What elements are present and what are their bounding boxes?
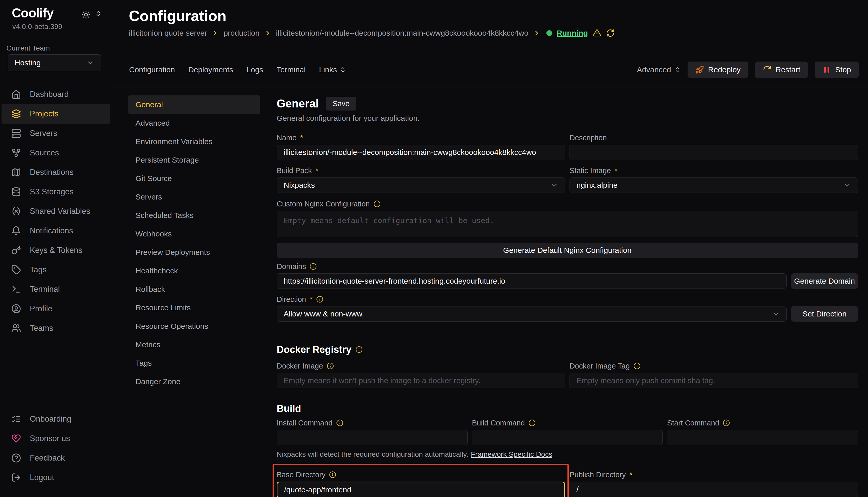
sidebar: Coolify v4.0.0-beta.399 Current Team Hos… [0,0,112,497]
breadcrumb-project[interactable]: illicitonion quote server [129,29,207,38]
subnav-item-healthcheck[interactable]: Healthcheck [128,261,260,280]
subnav-item-webhooks[interactable]: Webhooks [128,225,260,243]
install-command-input[interactable] [277,430,468,445]
build-pack-select[interactable]: Nixpacks [277,178,565,193]
set-direction-button[interactable]: Set Direction [791,306,858,322]
docker-image-tag-label: Docker Image Tag [569,361,858,370]
refresh-icon[interactable] [606,29,615,38]
sidebar-item-sources[interactable]: Sources [0,143,112,162]
subnav-item-environment-variables[interactable]: Environment Variables [128,132,260,151]
sidebar-item-label: Teams [30,324,53,333]
subnav-item-danger-zone[interactable]: Danger Zone [128,372,260,391]
domains-input[interactable] [277,273,787,289]
subnav-item-metrics[interactable]: Metrics [128,336,260,354]
static-image-select[interactable]: nginx:alpine [569,178,858,193]
subnav-item-tags[interactable]: Tags [128,354,260,372]
sidebar-item-dashboard[interactable]: Dashboard [0,85,112,104]
base-directory-input[interactable] [277,482,565,497]
sidebar-item-onboarding[interactable]: Onboarding [0,409,112,429]
sidebar-item-notifications[interactable]: Notifications [0,221,112,241]
sidebar-item-feedback[interactable]: Feedback [0,448,112,468]
users-icon [11,323,21,333]
required-marker: * [315,167,318,175]
tab-deployments[interactable]: Deployments [188,61,233,78]
bell-icon [11,226,21,236]
required-marker: * [300,133,303,142]
sun-icon[interactable] [82,10,90,19]
direction-select[interactable]: Allow www & non-www. [277,306,787,322]
docker-image-input[interactable] [277,373,565,388]
publish-directory-label: Publish Directory* [569,470,858,479]
restart-button[interactable]: Restart [755,61,808,78]
general-heading: General [277,97,319,110]
info-icon[interactable] [633,363,640,370]
generate-domain-button[interactable]: Generate Domain [791,273,858,289]
docker-image-tag-input[interactable] [569,373,858,388]
sidebar-item-profile[interactable]: Profile [0,299,112,318]
subnav-item-resource-limits[interactable]: Resource Limits [128,299,260,317]
tab-links[interactable]: Links [319,61,346,78]
info-icon[interactable] [723,419,730,426]
advanced-dropdown[interactable]: Advanced [637,61,681,78]
sidebar-item-tags[interactable]: Tags [0,260,112,280]
info-icon[interactable] [309,263,317,270]
info-icon[interactable] [329,471,336,478]
sidebar-item-projects[interactable]: Projects [2,104,110,124]
subnav-item-servers[interactable]: Servers [128,188,260,206]
stop-icon [822,66,831,74]
sidebar-item-label: Keys & Tokens [30,246,82,255]
info-icon[interactable] [327,363,334,370]
sidebar-item-terminal[interactable]: Terminal [0,280,112,299]
framework-docs-link[interactable]: Framework Specific Docs [471,450,552,458]
info-icon[interactable] [373,200,381,208]
subnav-item-resource-operations[interactable]: Resource Operations [128,317,260,336]
docker-registry-heading: Docker Registry [277,344,858,355]
sidebar-item-servers[interactable]: Servers [0,124,112,143]
sidebar-item-teams[interactable]: Teams [0,318,112,338]
redeploy-button[interactable]: Redeploy [688,61,748,78]
sidebar-item-destinations[interactable]: Destinations [0,162,112,182]
stop-button[interactable]: Stop [815,61,859,78]
tab-configuration[interactable]: Configuration [129,61,175,78]
breadcrumb-application[interactable]: illicitestonion/-module--decomposition:m… [276,29,528,38]
info-icon[interactable] [316,296,323,303]
breadcrumb-environment[interactable]: production [223,29,260,38]
sidebar-item-keys-tokens[interactable]: Keys & Tokens [0,241,112,260]
static-image-label: Static Image* [569,166,858,175]
heart-handshake-icon [11,434,21,443]
warning-icon[interactable] [593,29,601,38]
info-icon[interactable] [528,419,536,426]
team-select[interactable]: Hosting [8,54,101,71]
chevrons-up-down-icon[interactable] [95,10,102,17]
team-select-value: Hosting [15,58,41,67]
sidebar-item-logout[interactable]: Logout [0,468,112,487]
info-icon[interactable] [336,419,343,426]
app-logo: Coolify [12,6,53,20]
tab-logs[interactable]: Logs [247,61,263,78]
map-icon [11,168,21,177]
sidebar-item-shared-variables[interactable]: Shared Variables [0,202,112,221]
subnav-item-preview-deployments[interactable]: Preview Deployments [128,243,260,261]
chevron-down-icon [843,181,851,189]
sidebar-item-s3-storages[interactable]: S3 Storages [0,182,112,202]
subnav-item-persistent-storage[interactable]: Persistent Storage [128,151,260,169]
sidebar-item-sponsor-us[interactable]: Sponsor us [0,429,112,448]
subnav-item-scheduled-tasks[interactable]: Scheduled Tasks [128,206,260,225]
subnav-item-general[interactable]: General [128,95,260,114]
tab-terminal[interactable]: Terminal [277,61,306,78]
subnav-item-git-source[interactable]: Git Source [128,169,260,188]
save-button[interactable]: Save [326,97,356,111]
description-input[interactable] [569,145,858,160]
custom-nginx-textarea[interactable] [277,211,858,237]
subnav-item-rollback[interactable]: Rollback [128,280,260,299]
status-running-link[interactable]: Running [557,29,588,38]
name-input[interactable] [277,145,565,160]
start-command-input[interactable] [667,430,858,445]
sidebar-item-label: Feedback [30,453,65,463]
build-command-input[interactable] [472,430,663,445]
generate-nginx-button[interactable]: Generate Default Nginx Configuration [277,243,858,258]
tab-label: Terminal [277,61,306,78]
info-icon[interactable] [356,346,363,353]
subnav-item-advanced[interactable]: Advanced [128,114,260,132]
publish-directory-input[interactable] [569,482,858,497]
